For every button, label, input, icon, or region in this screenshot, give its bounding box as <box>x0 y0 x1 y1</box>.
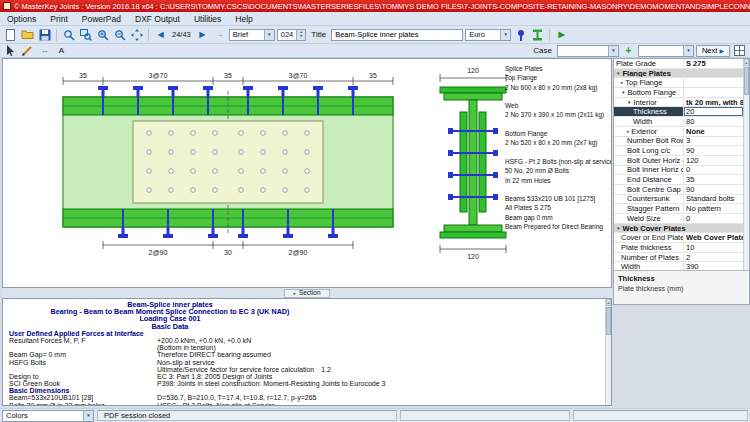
property-value[interactable]: 390 <box>684 262 743 270</box>
property-row-bolt-long-cc[interactable]: Bolt Long c/c 90 <box>614 146 743 156</box>
case-combo[interactable]: ▼ <box>557 45 619 57</box>
property-row-width[interactable]: Width 80 <box>614 117 743 127</box>
dropdown-arrow-icon[interactable]: ▼ <box>264 30 274 40</box>
currency-combo[interactable]: Euro ▼ <box>465 29 511 41</box>
property-row-weld-size[interactable]: Weld Size 0 <box>614 214 743 224</box>
property-group-web-cover-plates[interactable]: ▼Web Cover Plates <box>614 224 743 234</box>
property-row-cover-or-end-plates[interactable]: Cover or End Plates Web Cover Plates <box>614 233 743 243</box>
property-row-number-of-plates[interactable]: Number of Plates 2 <box>614 253 743 263</box>
secondary-toolbar: ↔ A Case ▼ + ▼ Next ▶ <box>0 44 750 58</box>
scroll-up-icon[interactable]: ▲ <box>606 299 611 306</box>
report-scrollbar[interactable]: ▲ <box>605 299 611 405</box>
property-row-top-flange[interactable]: ▸Top Flange <box>614 78 743 88</box>
property-row-plate-grade[interactable]: Plate Grade S 275 <box>614 59 743 69</box>
scroll-up-icon[interactable]: ▲ <box>744 59 749 66</box>
joint-title-input[interactable] <box>331 29 463 41</box>
property-row-number-bolt-rows[interactable]: Number Bolt Rows 3 <box>614 137 743 147</box>
property-value[interactable]: S 275 <box>684 59 743 68</box>
prev-joint-icon[interactable]: ◀ <box>153 28 168 41</box>
property-value[interactable]: 80 <box>684 117 743 126</box>
zoom-extents-icon[interactable] <box>61 28 76 41</box>
property-value[interactable]: 2 <box>684 253 743 262</box>
property-group-flange-plates[interactable]: ▼Flange Plates <box>614 69 743 79</box>
chevron-down-icon[interactable]: ▼ <box>616 226 620 231</box>
property-value[interactable]: Standard bolts <box>684 195 743 204</box>
scroll-thumb[interactable] <box>744 67 749 95</box>
property-label: Bolt Centre Gap <box>627 185 681 194</box>
property-panel-scrollbar[interactable]: ▲ <box>743 59 749 270</box>
chevron-down-icon[interactable]: ▼ <box>621 90 625 95</box>
goto-joint-icon[interactable]: → <box>212 28 227 41</box>
colors-combo[interactable]: Colors ▼ <box>2 410 94 422</box>
page-number-spinner[interactable]: 024 ▲▼ <box>277 29 307 41</box>
panel-grid-icon[interactable] <box>732 44 747 57</box>
property-value[interactable]: 0 <box>684 166 743 175</box>
property-value[interactable]: None <box>684 127 743 136</box>
spin-down-icon[interactable]: ▼ <box>300 35 303 39</box>
zoom-in-icon[interactable] <box>95 28 110 41</box>
output-mode-combo[interactable]: Brief ▼ <box>229 29 275 41</box>
case-list-combo[interactable]: ▼ <box>638 45 694 57</box>
scroll-thumb[interactable] <box>606 307 611 335</box>
beam-section-icon[interactable] <box>530 28 545 41</box>
property-row-bolt-inner-horiz-cc[interactable]: Bolt Inner Horiz c/c 0 <box>614 166 743 176</box>
property-row-end-distance[interactable]: End Distance 35 <box>614 175 743 185</box>
chevron-right-icon[interactable]: ▸ <box>621 80 623 85</box>
annotation-line: Web <box>505 101 612 110</box>
pan-icon[interactable] <box>129 28 144 41</box>
property-value[interactable]: No pattern <box>684 204 743 213</box>
chevron-down-icon[interactable]: ▼ <box>616 71 620 76</box>
menu-print[interactable]: Print <box>43 12 74 25</box>
chevron-right-icon[interactable]: ▸ <box>627 129 629 134</box>
property-row-exterior[interactable]: ▸Exterior None <box>614 127 743 137</box>
dropdown-arrow-icon[interactable]: ▼ <box>683 46 693 56</box>
property-value[interactable]: 120 <box>684 156 743 165</box>
dimension-tool-icon[interactable]: ↔ <box>37 44 52 57</box>
property-value-editor[interactable]: 20 <box>684 107 743 116</box>
property-row-bolt-centre-gap[interactable]: Bolt Centre Gap 90 <box>614 185 743 195</box>
bolt-icon[interactable] <box>513 28 528 41</box>
dropdown-arrow-icon[interactable]: ▼ <box>83 411 93 421</box>
property-row-bottom-flange[interactable]: ▼Bottom Flange <box>614 88 743 98</box>
property-row-plate-thickness[interactable]: Plate thickness 10 <box>614 243 743 253</box>
view-splitter[interactable]: ▸ Section <box>2 288 612 298</box>
pointer-tool-icon[interactable] <box>3 44 18 57</box>
zoom-window-icon[interactable] <box>78 28 93 41</box>
play-icon[interactable]: ▶ <box>554 28 569 41</box>
property-value[interactable]: Web Cover Plates <box>684 233 743 242</box>
property-value[interactable]: 10 <box>684 243 743 252</box>
property-row-bolt-outer-horiz-cc[interactable]: Bolt Outer Horiz c/c 120 <box>614 156 743 166</box>
zoom-out-icon[interactable] <box>112 28 127 41</box>
next-button[interactable]: Next ▶ <box>696 45 730 57</box>
property-row-interior[interactable]: ▼Interior tk 20 mm, with 80 mm <box>614 98 743 108</box>
property-value[interactable] <box>684 88 743 97</box>
section-view-button[interactable]: ▸ Section <box>284 289 329 298</box>
property-value[interactable]: 90 <box>684 185 743 194</box>
dropdown-arrow-icon[interactable]: ▼ <box>608 46 618 56</box>
property-value[interactable]: 90 <box>684 146 743 155</box>
text-tool-icon[interactable]: A <box>54 44 69 57</box>
menu-options[interactable]: Options <box>0 12 43 25</box>
next-joint-icon[interactable]: ▶ <box>195 28 210 41</box>
property-value[interactable]: 0 <box>684 214 743 223</box>
menu-powerpad[interactable]: PowerPad <box>75 12 128 25</box>
menu-dxf-output[interactable]: DXF Output <box>128 12 187 25</box>
property-value[interactable]: tk 20 mm, with 80 mm <box>684 98 743 107</box>
menu-utilities[interactable]: Utilities <box>187 12 228 25</box>
property-value[interactable]: 3 <box>684 137 743 146</box>
property-row-web-width[interactable]: Width 390 <box>614 262 743 270</box>
property-row-stagger-pattern[interactable]: Stagger Pattern No pattern <box>614 204 743 214</box>
chevron-down-icon[interactable]: ▼ <box>627 100 631 105</box>
save-icon[interactable] <box>37 28 52 41</box>
dropdown-arrow-icon[interactable]: ▼ <box>500 30 510 40</box>
add-case-icon[interactable]: + <box>621 44 636 57</box>
property-row-thickness-selected[interactable]: Thickness 20 <box>614 107 743 117</box>
menu-help[interactable]: Help <box>228 12 259 25</box>
property-value[interactable] <box>684 78 743 87</box>
pen-tool-icon[interactable] <box>20 44 35 57</box>
open-file-icon[interactable] <box>20 28 35 41</box>
property-value[interactable]: 35 <box>684 175 743 184</box>
property-row-countersunk[interactable]: Countersunk Standard bolts <box>614 195 743 205</box>
new-file-icon[interactable] <box>3 28 18 41</box>
drawing-canvas[interactable]: 35 3@70 35 3@70 35 <box>2 58 612 288</box>
